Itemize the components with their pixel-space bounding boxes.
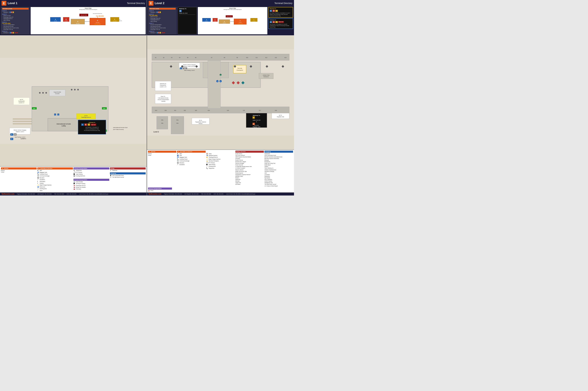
ground-transport-right-row: Ground Transportation 🚗Limos bbox=[148, 188, 293, 192]
svg-text:P: P bbox=[11, 138, 12, 140]
subway-badge-left: ABC bbox=[9, 32, 14, 34]
svg-rect-139 bbox=[208, 60, 220, 108]
svg-rect-113 bbox=[152, 54, 289, 60]
aunties-text: Auntie Anne's bbox=[235, 153, 242, 154]
bestbuy-right: Best Buy Express Automated bbox=[264, 158, 293, 159]
restrooms-text-left: Restrooms bbox=[40, 186, 45, 188]
dining-col-right: Dining *full service Auntie Anne's Cat C… bbox=[235, 151, 264, 187]
hotel-shuttle-left: 🚌Hotel Shuttles bbox=[73, 181, 109, 183]
svg-text:E22: E22 bbox=[184, 110, 186, 111]
security-icon-right: 🔒 bbox=[206, 160, 208, 162]
skyway-a: A bbox=[269, 10, 272, 12]
loccitane-right: L'Occitane bbox=[264, 174, 293, 175]
dining-header-right: Dining *full service bbox=[235, 151, 264, 153]
baggage-icon-right: 🛄 bbox=[177, 157, 179, 158]
level3-detail-left: Skyway to: ABC bbox=[2, 11, 29, 13]
svg-text:(No Public Access): (No Public Access) bbox=[113, 129, 124, 130]
einstein-text: Einstein Bros. Bagels bbox=[235, 161, 246, 162]
escalators-text-right: Escalators bbox=[180, 164, 185, 165]
aed-text-right: AED bbox=[180, 153, 182, 154]
loccitane-text: L'Occitane bbox=[264, 174, 270, 175]
offair-text-left: Off-Airport Parking bbox=[76, 183, 85, 184]
svg-text:EXIT: EXIT bbox=[103, 108, 106, 109]
svg-text:Parking D/E:: Parking D/E: bbox=[160, 85, 166, 86]
tty-text-left: TTY Phones bbox=[76, 172, 82, 173]
svg-text:Lobby: Lobby bbox=[62, 125, 66, 127]
valet-icon-left: 🅿 bbox=[73, 174, 75, 175]
elevators-icon-right: 🔲 bbox=[177, 162, 179, 164]
united-text-right: United bbox=[148, 155, 151, 156]
aed-text-left: AED bbox=[40, 170, 42, 171]
currency-left: 💱Currency Exchange bbox=[37, 175, 73, 177]
cibo-right: CIBO Express Gourmet Market bbox=[235, 156, 264, 158]
freshgourmet-text: Fresh Gourmet bbox=[235, 164, 243, 166]
johnston-right: Johnston & Murphy bbox=[264, 171, 293, 172]
level3-label-right: Level 3: bbox=[149, 10, 176, 11]
passenger-pickup-left: 🚗Passenger Pick Up bbox=[73, 185, 109, 186]
svg-text:E5: E5 bbox=[187, 57, 188, 58]
united-right: United bbox=[148, 155, 177, 156]
united-text-left: United bbox=[1, 171, 4, 173]
level2-label-left: Level 2: bbox=[2, 13, 29, 15]
footer-right: fly2houston.com Paging & Information: 28… bbox=[147, 193, 294, 196]
subway-box-right: Subway to: A B C Marriott Use Elevator o… bbox=[268, 18, 293, 29]
svg-text:E: E bbox=[55, 114, 56, 115]
info-left: ℹInformation bbox=[37, 181, 73, 182]
cinnabon-right: Cinnabon bbox=[235, 158, 264, 159]
airport-schematic-right: D D1-D12 E E1-E24 YOU ARE HERE A A1-A30 … bbox=[198, 10, 267, 33]
amenities-col-header-left: E Amenities & Services bbox=[37, 167, 73, 170]
escalators-right: ↗Escalators bbox=[177, 164, 206, 166]
svg-text:E9: E9 bbox=[236, 57, 238, 58]
level2-header: E Level 2 Terminal Directory bbox=[147, 0, 294, 6]
tty-icon-right: TTY bbox=[206, 162, 208, 164]
svg-text:&: & bbox=[256, 121, 257, 122]
svg-text:D1-D12: D1-D12 bbox=[76, 23, 80, 24]
johnston-text: Johnston & Murphy bbox=[264, 171, 274, 172]
svg-text:Walkway To:: Walkway To: bbox=[253, 115, 260, 116]
pickup-text-left: Passenger Pick Up bbox=[76, 185, 85, 186]
wsj-text-left: The Wall Street Journal bbox=[112, 177, 124, 178]
rapid-text-left: Rapid Charger Machine bbox=[40, 184, 52, 186]
valet-icon-right: 🅿 bbox=[206, 164, 208, 166]
svg-text:Ticketing/Check-In: Ticketing/Check-In bbox=[81, 117, 91, 118]
svg-text:E4b: E4b bbox=[176, 123, 179, 124]
svg-text:E3: E3 bbox=[171, 57, 172, 58]
wsj-left: 📰The Wall Street Journal bbox=[110, 177, 146, 178]
svg-text:Marriott Hotel: Marriott Hotel bbox=[227, 16, 232, 17]
svg-rect-193 bbox=[171, 116, 184, 134]
offairport-left: 🅿Off-Airport Parking bbox=[73, 183, 109, 185]
terminal-levels-box-left: Terminal Levels Level 3: Skyway to: ABC … bbox=[1, 7, 30, 34]
hotel-text-left: Hotel Shuttles bbox=[76, 181, 83, 183]
tnc-icon-left: 🚘 bbox=[73, 188, 75, 190]
svg-text:E: E bbox=[240, 20, 241, 21]
airlines-header-right: E Airlines bbox=[148, 151, 177, 153]
svg-text:Electric Vehicle Charging: Electric Vehicle Charging bbox=[14, 129, 26, 131]
svg-text:· International Arrivals: · International Arrivals bbox=[158, 98, 168, 98]
currency-icon-left: 💱 bbox=[37, 175, 39, 177]
airport-map-subtitle-right: George Bush Intercontinental Airport bbox=[198, 9, 267, 10]
amenities-col-left: E Amenities & Services ✚AED 🛄Baggage Car… bbox=[37, 167, 73, 192]
svg-text:SuperShuttle: SuperShuttle bbox=[54, 91, 61, 93]
full-service-label: *full service bbox=[240, 151, 246, 152]
skyway-terminals: A B C bbox=[269, 10, 292, 12]
headphone-text: Headphone Hub bbox=[264, 182, 273, 183]
svg-text:E15: E15 bbox=[227, 110, 229, 111]
panda-text: Panda Express bbox=[235, 172, 243, 174]
svg-text:Domestic: Domestic bbox=[254, 125, 259, 126]
you-are-here-left: YOU ARE HERE bbox=[2, 23, 29, 24]
ticketing-right: 🎫Ticketing/Check-In bbox=[206, 157, 235, 158]
skyway-c: C bbox=[275, 10, 278, 12]
aed-left: ✚AED bbox=[37, 170, 73, 171]
subway-badge-right: ABC bbox=[156, 32, 161, 34]
catcoras-right: Cat Cora's Kitchen* bbox=[235, 155, 264, 156]
pappadeaux-right: Pappadeaux Seafood Kitchen* bbox=[235, 174, 264, 175]
ground-label-left: Ground Transportation bbox=[74, 168, 87, 169]
footer-paging-left: Paging & Information: 281-230-3100 bbox=[17, 194, 35, 195]
svg-text:E17: E17 bbox=[259, 110, 261, 111]
walkway-d-badge: D bbox=[179, 10, 182, 12]
airport-map-subtitle-left: George Bush Intercontinental Airport bbox=[31, 9, 145, 10]
level1-legend: E Airlines Airlines: United E bbox=[0, 166, 147, 193]
svg-text:Republic Grille: Republic Grille bbox=[277, 116, 284, 117]
svg-point-80 bbox=[42, 92, 44, 94]
svg-text:Level LL (Underground Train): Level LL (Underground Train) bbox=[85, 128, 99, 129]
